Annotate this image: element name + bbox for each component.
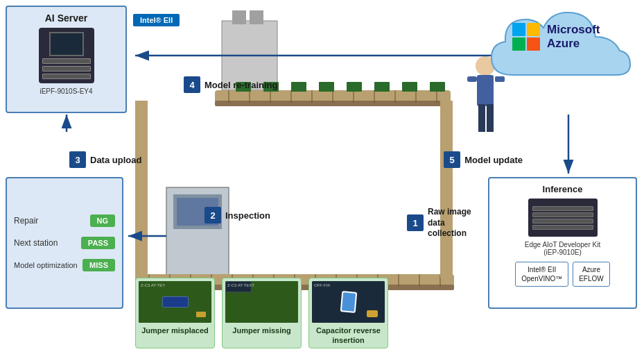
defect-cards: Z-C3 AT-TEY Jumper misplaced Z-C3 AT-TEX… xyxy=(135,278,388,348)
step3-label: Data upload xyxy=(90,155,141,165)
repair-label: Repair xyxy=(14,216,38,226)
model-opt-row: Model optimization MISS xyxy=(14,259,115,271)
defect-label-0: Jumper misplaced xyxy=(141,326,209,335)
defect-img-capacitor-reverse: OFF-FIX xyxy=(312,281,385,323)
svg-rect-21 xyxy=(374,82,390,92)
step1-label: Raw imagedata collection xyxy=(428,207,483,239)
edge-slot-4 xyxy=(532,225,593,230)
win-quad-3 xyxy=(512,37,525,51)
svg-rect-48 xyxy=(478,104,485,132)
model-opt-label: Model optimization xyxy=(14,261,78,269)
azure-content: MicrosoftAzure xyxy=(512,23,600,51)
server-slot-2 xyxy=(42,66,91,71)
svg-rect-20 xyxy=(347,82,362,92)
step3-badge: 3 Data upload xyxy=(69,151,141,168)
edge-slot-2 xyxy=(532,212,593,217)
ai-server-title: AI Server xyxy=(45,12,87,24)
defect-card-jumper-missing: Z-C3 AT-TEXT Jumper missing xyxy=(222,278,302,348)
diagram-container: AI Server iEPF-9010S-EY4 Intel® EII xyxy=(0,0,644,354)
defect-img-jumper-misplaced: Z-C3 AT-TEY xyxy=(139,281,211,323)
edge-slot-3 xyxy=(532,219,593,224)
svg-rect-49 xyxy=(487,104,494,132)
step5-badge: 5 Model update xyxy=(444,151,523,168)
repair-row: Repair NG xyxy=(14,214,115,227)
edge-slots xyxy=(532,206,593,230)
azure-eflow-badge: Azure EFLOW xyxy=(573,262,610,287)
defect-card-jumper-misplaced: Z-C3 AT-TEY Jumper misplaced xyxy=(135,278,215,348)
win-quad-2 xyxy=(527,23,540,36)
step4-badge: 4 Model re-training xyxy=(184,76,277,93)
svg-rect-4 xyxy=(215,101,451,106)
svg-rect-1 xyxy=(232,10,246,24)
defect-card-capacitor-reverse: OFF-FIX Capacitor reverse insertion xyxy=(308,278,388,348)
step5-label: Model update xyxy=(464,155,523,165)
next-station-badge: PASS xyxy=(81,237,115,249)
step2-label: Inspection xyxy=(225,210,270,221)
step2-badge: 2 Inspection xyxy=(204,207,270,224)
next-station-row: Next station PASS xyxy=(14,237,115,249)
inference-title: Inference xyxy=(495,184,630,194)
server-image xyxy=(39,28,94,83)
azure-title: MicrosoftAzure xyxy=(547,23,600,51)
tech-badges: Intel® EII OpenVINO™ Azure EFLOW xyxy=(495,262,630,287)
intel-eii-badge: Intel® EII xyxy=(133,14,180,26)
inference-box: Inference Edge AIoT Developer Kit(iEP-90… xyxy=(488,177,637,309)
model-opt-badge: MISS xyxy=(82,259,115,271)
edge-kit-label: Edge AIoT Developer Kit(iEP-9010E) xyxy=(495,241,630,256)
server-slot-3 xyxy=(42,74,91,79)
svg-rect-45 xyxy=(440,101,453,278)
server-slots xyxy=(42,58,91,79)
win-quad-4 xyxy=(527,37,540,51)
svg-rect-19 xyxy=(319,82,334,92)
edge-device-image xyxy=(528,199,598,237)
defect-label-2: Capacitor reverse insertion xyxy=(316,326,381,344)
ai-server-box: AI Server iEPF-9010S-EY4 xyxy=(6,6,127,113)
step4-number: 4 xyxy=(184,76,200,93)
svg-rect-44 xyxy=(135,101,148,278)
server-screen xyxy=(49,32,84,56)
step4-label: Model re-training xyxy=(204,80,277,90)
results-panel: Repair NG Next station PASS Model optimi… xyxy=(6,177,123,309)
repair-badge: NG xyxy=(90,214,116,227)
defect-label-1: Jumper missing xyxy=(232,326,290,335)
intel-openvino-badge: Intel® EII OpenVINO™ xyxy=(515,262,568,287)
windows-logo xyxy=(512,23,540,51)
svg-rect-50 xyxy=(467,76,477,82)
server-slot-1 xyxy=(42,58,91,64)
step1-badge: 1 Raw imagedata collection xyxy=(407,207,483,239)
edge-slot-1 xyxy=(532,206,593,211)
svg-rect-22 xyxy=(402,82,417,92)
step1-number: 1 xyxy=(407,214,424,231)
win-quad-1 xyxy=(512,23,525,36)
next-station-label: Next station xyxy=(14,238,58,248)
svg-rect-18 xyxy=(291,82,306,92)
step5-number: 5 xyxy=(444,151,460,168)
azure-cloud: MicrosoftAzure xyxy=(485,6,637,106)
step3-number: 3 xyxy=(69,151,86,168)
svg-rect-24 xyxy=(166,187,229,278)
svg-rect-2 xyxy=(250,10,263,24)
server-model: iEPF-9010S-EY4 xyxy=(40,87,92,95)
svg-rect-23 xyxy=(430,82,445,92)
step2-number: 2 xyxy=(204,207,221,224)
defect-img-jumper-missing: Z-C3 AT-TEXT xyxy=(225,281,298,323)
